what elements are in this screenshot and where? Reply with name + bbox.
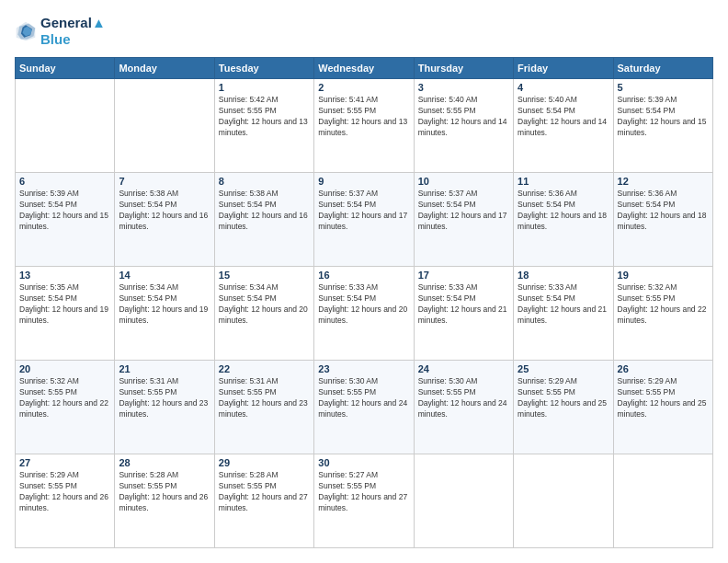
day-number: 28 bbox=[119, 457, 210, 468]
day-number: 25 bbox=[518, 363, 609, 374]
header: General▲ Blue bbox=[15, 15, 713, 48]
day-number: 30 bbox=[318, 457, 409, 468]
cell-info: Sunrise: 5:38 AMSunset: 5:54 PMDaylight:… bbox=[219, 189, 310, 233]
cell-info: Sunrise: 5:31 AMSunset: 5:55 PMDaylight:… bbox=[119, 376, 210, 420]
calendar-cell: 8Sunrise: 5:38 AMSunset: 5:54 PMDaylight… bbox=[214, 173, 313, 267]
calendar-week-row: 13Sunrise: 5:35 AMSunset: 5:54 PMDayligh… bbox=[16, 267, 713, 361]
calendar-cell: 1Sunrise: 5:42 AMSunset: 5:55 PMDaylight… bbox=[214, 79, 313, 173]
day-number: 23 bbox=[318, 363, 409, 374]
calendar-cell: 20Sunrise: 5:32 AMSunset: 5:55 PMDayligh… bbox=[16, 361, 115, 454]
calendar-cell: 16Sunrise: 5:33 AMSunset: 5:54 PMDayligh… bbox=[314, 267, 414, 361]
calendar-cell bbox=[115, 79, 214, 173]
calendar-cell: 28Sunrise: 5:28 AMSunset: 5:55 PMDayligh… bbox=[115, 454, 214, 548]
logo: General▲ Blue bbox=[15, 15, 106, 48]
cell-info: Sunrise: 5:33 AMSunset: 5:54 PMDaylight:… bbox=[418, 282, 509, 327]
calendar-week-row: 27Sunrise: 5:29 AMSunset: 5:55 PMDayligh… bbox=[16, 454, 713, 548]
cell-info: Sunrise: 5:30 AMSunset: 5:55 PMDaylight:… bbox=[418, 376, 509, 420]
day-number: 10 bbox=[418, 176, 509, 187]
cell-info: Sunrise: 5:30 AMSunset: 5:55 PMDaylight:… bbox=[318, 376, 409, 420]
calendar-cell: 21Sunrise: 5:31 AMSunset: 5:55 PMDayligh… bbox=[115, 361, 214, 454]
cell-info: Sunrise: 5:40 AMSunset: 5:55 PMDaylight:… bbox=[418, 95, 509, 139]
day-number: 22 bbox=[219, 363, 310, 374]
calendar-cell: 12Sunrise: 5:36 AMSunset: 5:54 PMDayligh… bbox=[613, 173, 712, 267]
cell-info: Sunrise: 5:36 AMSunset: 5:54 PMDaylight:… bbox=[618, 189, 709, 233]
calendar-cell: 23Sunrise: 5:30 AMSunset: 5:55 PMDayligh… bbox=[314, 361, 414, 454]
calendar-cell: 10Sunrise: 5:37 AMSunset: 5:54 PMDayligh… bbox=[414, 173, 513, 267]
weekday-header-tuesday: Tuesday bbox=[214, 58, 313, 79]
cell-info: Sunrise: 5:28 AMSunset: 5:55 PMDaylight:… bbox=[119, 470, 210, 514]
day-number: 29 bbox=[219, 457, 310, 468]
day-number: 5 bbox=[618, 82, 709, 93]
cell-info: Sunrise: 5:34 AMSunset: 5:54 PMDaylight:… bbox=[119, 282, 210, 327]
cell-info: Sunrise: 5:39 AMSunset: 5:54 PMDaylight:… bbox=[618, 95, 709, 139]
calendar-cell: 30Sunrise: 5:27 AMSunset: 5:55 PMDayligh… bbox=[314, 454, 414, 548]
calendar-cell: 19Sunrise: 5:32 AMSunset: 5:55 PMDayligh… bbox=[613, 267, 712, 361]
cell-info: Sunrise: 5:42 AMSunset: 5:55 PMDaylight:… bbox=[219, 95, 310, 139]
logo-text: General▲ Blue bbox=[40, 15, 106, 48]
cell-info: Sunrise: 5:40 AMSunset: 5:54 PMDaylight:… bbox=[518, 95, 609, 139]
calendar-cell: 25Sunrise: 5:29 AMSunset: 5:55 PMDayligh… bbox=[514, 361, 613, 454]
calendar-cell: 5Sunrise: 5:39 AMSunset: 5:54 PMDaylight… bbox=[613, 79, 712, 173]
weekday-header-saturday: Saturday bbox=[613, 58, 712, 79]
cell-info: Sunrise: 5:35 AMSunset: 5:54 PMDaylight:… bbox=[19, 282, 110, 327]
day-number: 12 bbox=[618, 176, 709, 187]
cell-info: Sunrise: 5:33 AMSunset: 5:54 PMDaylight:… bbox=[518, 282, 609, 327]
cell-info: Sunrise: 5:29 AMSunset: 5:55 PMDaylight:… bbox=[518, 376, 609, 420]
cell-info: Sunrise: 5:34 AMSunset: 5:54 PMDaylight:… bbox=[219, 282, 310, 327]
cell-info: Sunrise: 5:33 AMSunset: 5:54 PMDaylight:… bbox=[318, 282, 409, 327]
day-number: 15 bbox=[219, 270, 310, 281]
calendar-cell bbox=[414, 454, 513, 548]
day-number: 1 bbox=[219, 82, 310, 93]
calendar-cell: 9Sunrise: 5:37 AMSunset: 5:54 PMDaylight… bbox=[314, 173, 414, 267]
calendar-cell: 4Sunrise: 5:40 AMSunset: 5:54 PMDaylight… bbox=[514, 79, 613, 173]
calendar-cell: 13Sunrise: 5:35 AMSunset: 5:54 PMDayligh… bbox=[16, 267, 115, 361]
day-number: 16 bbox=[318, 270, 409, 281]
calendar-cell: 7Sunrise: 5:38 AMSunset: 5:54 PMDaylight… bbox=[115, 173, 214, 267]
day-number: 21 bbox=[119, 363, 210, 374]
weekday-header-friday: Friday bbox=[514, 58, 613, 79]
day-number: 19 bbox=[618, 270, 709, 281]
calendar-table: SundayMondayTuesdayWednesdayThursdayFrid… bbox=[15, 57, 713, 548]
calendar-cell: 11Sunrise: 5:36 AMSunset: 5:54 PMDayligh… bbox=[514, 173, 613, 267]
day-number: 6 bbox=[19, 176, 110, 187]
calendar-cell: 14Sunrise: 5:34 AMSunset: 5:54 PMDayligh… bbox=[115, 267, 214, 361]
calendar-cell: 29Sunrise: 5:28 AMSunset: 5:55 PMDayligh… bbox=[214, 454, 313, 548]
day-number: 13 bbox=[19, 270, 110, 281]
calendar-cell: 17Sunrise: 5:33 AMSunset: 5:54 PMDayligh… bbox=[414, 267, 513, 361]
cell-info: Sunrise: 5:29 AMSunset: 5:55 PMDaylight:… bbox=[19, 470, 110, 514]
cell-info: Sunrise: 5:32 AMSunset: 5:55 PMDaylight:… bbox=[618, 282, 709, 327]
calendar-week-row: 6Sunrise: 5:39 AMSunset: 5:54 PMDaylight… bbox=[16, 173, 713, 267]
day-number: 20 bbox=[19, 363, 110, 374]
day-number: 2 bbox=[318, 82, 409, 93]
calendar-week-row: 20Sunrise: 5:32 AMSunset: 5:55 PMDayligh… bbox=[16, 361, 713, 454]
cell-info: Sunrise: 5:32 AMSunset: 5:55 PMDaylight:… bbox=[19, 376, 110, 420]
day-number: 8 bbox=[219, 176, 310, 187]
calendar-cell bbox=[514, 454, 613, 548]
day-number: 9 bbox=[318, 176, 409, 187]
calendar-cell bbox=[613, 454, 712, 548]
day-number: 18 bbox=[518, 270, 609, 281]
day-number: 7 bbox=[119, 176, 210, 187]
day-number: 26 bbox=[618, 363, 709, 374]
day-number: 11 bbox=[518, 176, 609, 187]
day-number: 14 bbox=[119, 270, 210, 281]
cell-info: Sunrise: 5:37 AMSunset: 5:54 PMDaylight:… bbox=[318, 189, 409, 233]
calendar-cell: 15Sunrise: 5:34 AMSunset: 5:54 PMDayligh… bbox=[214, 267, 313, 361]
cell-info: Sunrise: 5:36 AMSunset: 5:54 PMDaylight:… bbox=[518, 189, 609, 233]
calendar-cell: 26Sunrise: 5:29 AMSunset: 5:55 PMDayligh… bbox=[613, 361, 712, 454]
day-number: 24 bbox=[418, 363, 509, 374]
weekday-header-wednesday: Wednesday bbox=[314, 58, 414, 79]
weekday-header-sunday: Sunday bbox=[16, 58, 115, 79]
calendar-cell: 2Sunrise: 5:41 AMSunset: 5:55 PMDaylight… bbox=[314, 79, 414, 173]
calendar-cell: 24Sunrise: 5:30 AMSunset: 5:55 PMDayligh… bbox=[414, 361, 513, 454]
cell-info: Sunrise: 5:31 AMSunset: 5:55 PMDaylight:… bbox=[219, 376, 310, 420]
cell-info: Sunrise: 5:37 AMSunset: 5:54 PMDaylight:… bbox=[418, 189, 509, 233]
calendar-cell: 6Sunrise: 5:39 AMSunset: 5:54 PMDaylight… bbox=[16, 173, 115, 267]
cell-info: Sunrise: 5:27 AMSunset: 5:55 PMDaylight:… bbox=[318, 470, 409, 514]
calendar-week-row: 1Sunrise: 5:42 AMSunset: 5:55 PMDaylight… bbox=[16, 79, 713, 173]
cell-info: Sunrise: 5:29 AMSunset: 5:55 PMDaylight:… bbox=[618, 376, 709, 420]
cell-info: Sunrise: 5:28 AMSunset: 5:55 PMDaylight:… bbox=[219, 470, 310, 514]
weekday-header-monday: Monday bbox=[115, 58, 214, 79]
logo-icon bbox=[15, 20, 37, 42]
cell-info: Sunrise: 5:39 AMSunset: 5:54 PMDaylight:… bbox=[19, 189, 110, 233]
